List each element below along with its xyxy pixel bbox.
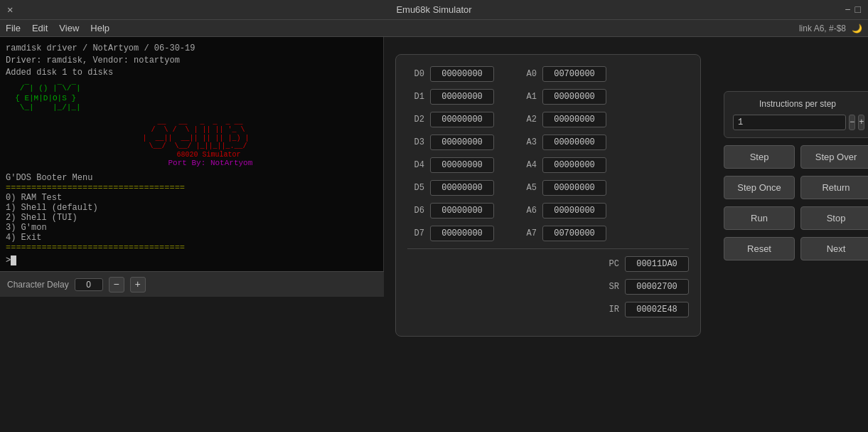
- ascii-art-box: /¯| () |¯\/¯| { E|M|D|O|S } \_| |_/|_|: [6, 84, 377, 112]
- menubar-right-info: link A6, #-$8 🌙: [799, 23, 862, 33]
- d6-input[interactable]: [430, 203, 494, 218]
- menu-item-4: 4) Exit: [6, 233, 377, 243]
- reg-row-2: D2 A2: [407, 112, 689, 127]
- titlebar: ✕ Emu68k Simulator − □: [0, 0, 868, 20]
- d4-input[interactable]: [430, 157, 494, 173]
- d5-label: D5: [407, 183, 424, 193]
- a5-input[interactable]: [542, 180, 606, 196]
- menu-item-1: 1) Shell (default): [6, 203, 377, 213]
- instructions-decrement[interactable]: −: [849, 115, 855, 130]
- next-button[interactable]: Next: [800, 237, 868, 260]
- terminal-prompt: >: [6, 255, 377, 265]
- ascii-art-logo: __ __ _ _ _ __ / \ / \ | || || '_ \ | __…: [6, 118, 377, 159]
- ascii-port-text: Port By: NotArtyom: [6, 159, 377, 167]
- menubar: File Edit View Help link A6, #-$8 🌙: [0, 20, 868, 37]
- a1-label: A1: [520, 92, 537, 102]
- registers-panel: D0 A0 D1 A1 D2 A2 D3: [384, 37, 712, 432]
- ir-label: IR: [602, 305, 619, 315]
- cursor: [11, 255, 16, 265]
- separator-bottom: ===================================: [6, 243, 377, 253]
- menu-edit[interactable]: Edit: [32, 23, 48, 33]
- d3-label: D3: [407, 137, 424, 147]
- d4-label: D4: [407, 160, 424, 170]
- instructions-label: Instructions per step: [733, 99, 862, 109]
- d5-input[interactable]: [430, 180, 494, 196]
- menu-file[interactable]: File: [6, 23, 21, 33]
- a5-label: A5: [520, 183, 537, 193]
- menu-item-0: 0) RAM Test: [6, 193, 377, 203]
- reg-row-6: D6 A6: [407, 203, 689, 218]
- d6-label: D6: [407, 206, 424, 216]
- a7-input[interactable]: [542, 226, 606, 241]
- a7-label: A7: [520, 228, 537, 238]
- close-icon[interactable]: ✕: [7, 4, 13, 16]
- stop-button[interactable]: Stop: [800, 206, 868, 230]
- reg-row-0: D0 A0: [407, 66, 689, 82]
- pc-label: PC: [602, 259, 619, 269]
- d7-input[interactable]: [430, 226, 494, 241]
- d2-input[interactable]: [430, 112, 494, 127]
- char-delay-decrement[interactable]: −: [109, 277, 124, 293]
- char-delay-increment[interactable]: +: [130, 277, 146, 293]
- instructions-increment[interactable]: +: [858, 115, 864, 130]
- d1-input[interactable]: [430, 89, 494, 105]
- controls-panel: Instructions per step − + Step Step Over…: [712, 37, 868, 432]
- ir-input[interactable]: [625, 302, 689, 317]
- a2-input[interactable]: [542, 112, 606, 127]
- return-button[interactable]: Return: [800, 176, 868, 199]
- reg-row-4: D4 A4: [407, 157, 689, 173]
- a0-input[interactable]: [542, 66, 606, 82]
- a3-label: A3: [520, 137, 537, 147]
- d0-input[interactable]: [430, 66, 494, 82]
- minimize-icon[interactable]: −: [845, 4, 850, 16]
- window-title: Emu68k Simulator: [396, 4, 471, 15]
- terminal-header: ramdisk driver / NotArtyom / 06-30-19 Dr…: [6, 43, 377, 78]
- gdos-title: G'DOS Booter Menu: [6, 173, 377, 183]
- window-controls: − □: [845, 4, 861, 16]
- instructions-input[interactable]: [733, 115, 846, 130]
- step-buttons-row: Step Step Over: [724, 145, 868, 169]
- d2-label: D2: [407, 115, 424, 125]
- registers-container: D0 A0 D1 A1 D2 A2 D3: [395, 54, 701, 337]
- link-info: link A6, #-$8: [799, 23, 846, 33]
- char-delay-label: Character Delay: [7, 280, 69, 290]
- char-delay-input[interactable]: [75, 278, 103, 291]
- char-delay-bar: Character Delay − +: [0, 271, 384, 297]
- ir-row: IR: [407, 302, 689, 317]
- instructions-input-row: − +: [733, 115, 862, 130]
- reg-row-1: D1 A1: [407, 89, 689, 105]
- sr-input[interactable]: [625, 279, 689, 295]
- run-button[interactable]: Run: [724, 206, 795, 230]
- instructions-box: Instructions per step − +: [724, 91, 868, 138]
- step-once-button[interactable]: Step Once: [724, 176, 795, 199]
- step-button[interactable]: Step: [724, 145, 795, 169]
- prompt-symbol: >: [6, 255, 11, 265]
- a6-label: A6: [520, 206, 537, 216]
- reset-buttons-row: Reset Next: [724, 237, 868, 260]
- d1-label: D1: [407, 92, 424, 102]
- reset-button[interactable]: Reset: [724, 237, 795, 260]
- a4-label: A4: [520, 160, 537, 170]
- menu-view[interactable]: View: [59, 23, 79, 33]
- a1-input[interactable]: [542, 89, 606, 105]
- pc-input[interactable]: [625, 256, 689, 272]
- theme-icon: 🌙: [852, 23, 862, 33]
- main-content: ramdisk driver / NotArtyom / 06-30-19 Dr…: [0, 37, 868, 432]
- a2-label: A2: [520, 115, 537, 125]
- reg-row-7: D7 A7: [407, 226, 689, 241]
- menu-help[interactable]: Help: [90, 23, 109, 33]
- d7-label: D7: [407, 228, 424, 238]
- a3-input[interactable]: [542, 135, 606, 150]
- separator-top: ===================================: [6, 183, 377, 193]
- a6-input[interactable]: [542, 203, 606, 218]
- reg-row-3: D3 A3: [407, 135, 689, 150]
- d3-input[interactable]: [430, 135, 494, 150]
- step-once-buttons-row: Step Once Return: [724, 176, 868, 199]
- step-over-button[interactable]: Step Over: [800, 145, 868, 169]
- reg-row-5: D5 A5: [407, 180, 689, 196]
- a4-input[interactable]: [542, 157, 606, 173]
- maximize-icon[interactable]: □: [855, 4, 861, 16]
- sr-row: SR: [407, 279, 689, 295]
- a0-label: A0: [520, 69, 537, 79]
- d0-label: D0: [407, 69, 424, 79]
